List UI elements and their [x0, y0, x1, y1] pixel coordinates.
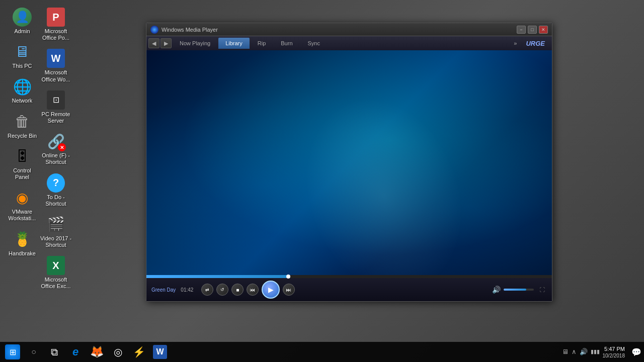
wmp-tabs-more[interactable]: » — [511, 40, 520, 46]
desktop-icon-label-online-shortcut: Online (F) - Shortcut — [40, 152, 72, 165]
search-button[interactable]: ○ — [26, 344, 41, 359]
desktop-icon-ms-excel[interactable]: X Microsoft Office Exc... — [38, 253, 74, 292]
tab-rip[interactable]: Rip — [251, 38, 273, 49]
desktop-icon-handbrake[interactable]: 🍍 Handbrake — [4, 227, 40, 259]
wmp-logo-icon — [150, 26, 158, 34]
desktop-icon-pc-remote[interactable]: ⊡ PC Remote Server — [38, 88, 74, 126]
wmp-minimize-button[interactable]: − — [517, 26, 526, 34]
desktop-icon-label-recycle-bin: Recycle Bin — [8, 133, 37, 139]
tab-now-playing[interactable]: Now Playing — [173, 38, 217, 49]
taskbar-app-word[interactable]: W — [150, 342, 170, 362]
repeat-button[interactable]: ↺ — [216, 284, 228, 296]
notification-icon: 💬 — [631, 347, 641, 357]
wmp-forward-button[interactable]: ▶ — [160, 38, 172, 48]
systray-time: 5:47 PM — [603, 345, 625, 352]
wmp-content-area — [146, 50, 552, 275]
firefox-icon: 🦊 — [90, 345, 104, 358]
systray-date: 10/2/2018 — [603, 353, 625, 358]
wmp-navbar: ◀ ▶ Now Playing Library Rip Burn Sync » … — [146, 36, 552, 50]
windows-logo-icon: ⊞ — [5, 344, 20, 359]
taskbar: ⊞ ○ ⧉ e 🦊 ◎ ⚡ W — [0, 342, 644, 362]
desktop-icon-vmware[interactable]: ◉ VMware Workstati... — [4, 186, 40, 224]
wmp-titlebar: Windows Media Player − □ ✕ — [146, 23, 552, 36]
shuffle-button[interactable]: ⇄ — [201, 284, 213, 296]
desktop-icon-label-video-shortcut: Video 2017 - Shortcut — [40, 235, 72, 248]
stop-button[interactable]: ■ — [231, 284, 244, 296]
desktop-icons-col2: P Microsoft Office Po... W Microsoft Off… — [38, 5, 74, 292]
systray-expand-icon[interactable]: ∧ — [572, 348, 577, 355]
wmp-window: Windows Media Player − □ ✕ ◀ ▶ Now Playi… — [146, 23, 552, 302]
desktop-icon-label-this-pc: This PC — [12, 63, 32, 69]
systray-clock[interactable]: 5:47 PM 10/2/2018 — [603, 345, 625, 358]
desktop-icon-recycle-bin[interactable]: 🗑 Recycle Bin — [4, 110, 40, 141]
taskbar-app-task-view[interactable]: ⧉ — [44, 342, 64, 362]
desktop-icon-label-pc-remote: PC Remote Server — [40, 111, 72, 124]
wmp-window-controls: − □ ✕ — [517, 26, 548, 34]
task-view-icon: ⧉ — [51, 346, 58, 358]
next-button[interactable]: ⏭ — [283, 284, 295, 296]
wmp-volume-area: 🔊 — [492, 286, 534, 294]
wmp-back-button[interactable]: ◀ — [148, 38, 159, 48]
wmp-playback-controls: Green Day 01:42 ⇄ ↺ ■ ⏮ ▶ ⏭ 🔊 ⛶ — [146, 278, 552, 301]
desktop-icon-label-network: Network — [12, 98, 32, 104]
systray-network-icon[interactable]: 🖥 — [562, 348, 569, 355]
desktop-icon-control-panel[interactable]: 🎛 Control Panel — [4, 144, 40, 183]
volume-slider[interactable] — [504, 289, 534, 291]
play-button[interactable]: ▶ — [262, 281, 280, 299]
desktop-icon-online-shortcut[interactable]: 🔗 ✕ Online (F) - Shortcut — [38, 129, 74, 167]
systray-volume-icon[interactable]: 🔊 — [580, 348, 588, 355]
desktop-icon-label-ms-word: Microsoft Office Wo... — [40, 69, 72, 82]
wmp-progress-fill — [146, 275, 288, 278]
tab-urge[interactable]: URGE — [521, 40, 550, 47]
desktop-icon-label-admin: Admin — [14, 28, 30, 35]
desktop-icon-label-control-panel: Control Panel — [6, 167, 38, 180]
desktop-icon-video-shortcut[interactable]: 🎬 Video 2017 - Shortcut — [38, 212, 74, 250]
wmp-time: 01:42 — [181, 287, 193, 293]
notification-button[interactable]: 💬 — [629, 342, 644, 362]
desktop-icon-label-handbrake: Handbrake — [9, 250, 36, 257]
taskbar-app-firefox[interactable]: 🦊 — [87, 342, 107, 362]
desktop-icon-label-vmware: VMware Workstati... — [6, 209, 38, 222]
desktop-icon-label-ms-excel: Microsoft Office Exc... — [40, 277, 72, 290]
tab-burn[interactable]: Burn — [274, 38, 299, 49]
chrome-icon: ◎ — [114, 346, 122, 358]
desktop-icon-admin[interactable]: 👤 Admin — [4, 5, 40, 37]
wmp-fullscreen-button[interactable]: ⛶ — [537, 285, 547, 295]
tab-library[interactable]: Library — [218, 38, 250, 49]
taskbar-systray: 🖥 ∧ 🔊 ▮▮▮ 5:47 PM 10/2/2018 — [558, 345, 629, 358]
wmp-progress-thumb[interactable] — [286, 275, 290, 279]
wmp-maximize-button[interactable]: □ — [528, 26, 537, 34]
desktop: 👤 Admin 🖥 This PC 🌐 Network 🗑 Recycle Bi… — [0, 0, 644, 362]
desktop-icon-label-ms-powerpoint: Microsoft Office Po... — [40, 28, 72, 41]
taskbar-app-chrome[interactable]: ◎ — [108, 342, 128, 362]
edge-icon: e — [72, 345, 78, 358]
systray-battery-icon[interactable]: ▮▮▮ — [591, 348, 600, 355]
volume-icon[interactable]: 🔊 — [492, 286, 501, 294]
error-badge: ✕ — [58, 143, 66, 151]
desktop-icon-label-todo-shortcut: To Do - Shortcut — [40, 194, 72, 207]
desktop-icons-col1: 👤 Admin 🖥 This PC 🌐 Network 🗑 Recycle Bi… — [4, 5, 40, 259]
desktop-icon-ms-powerpoint[interactable]: P Microsoft Office Po... — [38, 5, 74, 43]
volume-fill — [504, 289, 526, 291]
wmp-progress-bar[interactable] — [146, 275, 552, 278]
word-icon: W — [156, 347, 164, 356]
prev-button[interactable]: ⏮ — [247, 284, 259, 296]
desktop-icon-network[interactable]: 🌐 Network — [4, 74, 40, 106]
taskbar-apps: ⧉ e 🦊 ◎ ⚡ W — [44, 342, 558, 362]
taskbar-app-edge[interactable]: e — [65, 342, 86, 362]
wmp-track-info: Green Day 01:42 — [151, 287, 193, 293]
wmp-artist: Green Day — [151, 287, 176, 293]
desktop-icon-ms-word[interactable]: W Microsoft Office Wo... — [38, 46, 74, 84]
tab-sync[interactable]: Sync — [301, 38, 327, 49]
wmp-close-button[interactable]: ✕ — [539, 26, 548, 34]
desktop-icon-todo-shortcut[interactable]: ? To Do - Shortcut — [38, 171, 74, 209]
stripes-icon: ⚡ — [133, 346, 145, 358]
start-button[interactable]: ⊞ — [0, 342, 25, 362]
search-icon: ○ — [31, 347, 36, 356]
taskbar-app-stripes[interactable]: ⚡ — [129, 342, 149, 362]
wmp-title: Windows Media Player — [162, 27, 517, 33]
desktop-icon-this-pc[interactable]: 🖥 This PC — [4, 40, 40, 71]
